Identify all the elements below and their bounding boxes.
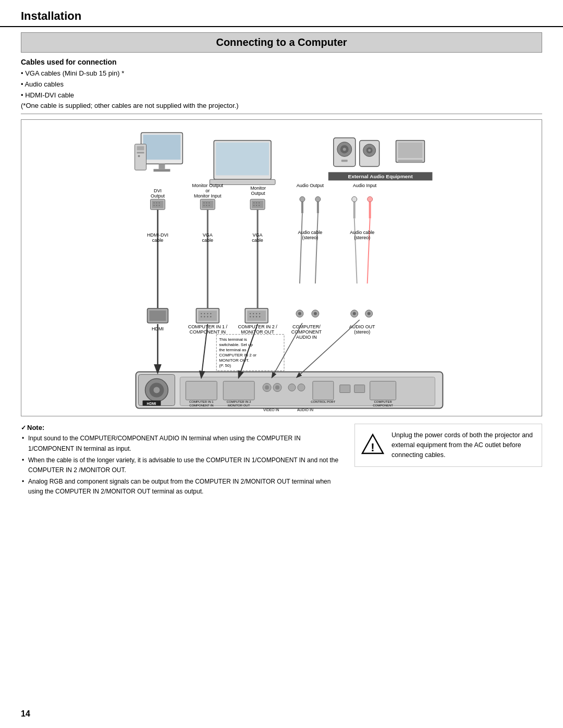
audio-device <box>396 141 425 163</box>
svg-point-70 <box>207 313 208 314</box>
svg-point-73 <box>204 316 205 317</box>
switchable-note: This terminal is <box>219 337 247 342</box>
audio-input-label: Audio Input <box>353 183 377 189</box>
svg-point-31 <box>156 205 157 206</box>
svg-rect-2 <box>158 164 165 169</box>
svg-rect-3 <box>153 169 170 172</box>
cable-item-1: • VGA cables (Mini D-sub 15 pin) * <box>21 68 542 79</box>
cables-section: Cables used for connection • VGA cables … <box>21 58 542 114</box>
svg-point-35 <box>203 203 204 204</box>
hdmi-logo: HDMI <box>147 402 156 406</box>
speakers <box>334 138 380 167</box>
svg-line-61 <box>315 214 318 284</box>
audio-out-jacks <box>351 310 373 317</box>
svg-rect-110 <box>313 381 334 400</box>
svg-point-85 <box>259 316 260 317</box>
note-item-1: Input sound to the COMPUTER/COMPONENT AU… <box>21 434 339 453</box>
svg-point-50 <box>300 197 305 202</box>
computer-component-port: COMPUTER <box>374 401 393 404</box>
audio-out-label: AUDIO OUT <box>349 324 375 329</box>
audio-plug-right2 <box>368 197 373 219</box>
svg-point-89 <box>314 312 317 315</box>
svg-point-69 <box>204 313 205 314</box>
cable-item-2: • Audio cables <box>21 79 542 90</box>
audio-cable1-label: Audio cable <box>298 230 322 236</box>
svg-point-52 <box>315 197 321 202</box>
cables-heading: Cables used for connection <box>21 58 542 66</box>
svg-point-71 <box>210 313 211 314</box>
svg-rect-9 <box>216 143 269 176</box>
monitor-output-label: Monitor Output <box>192 183 224 189</box>
note-title: Note: <box>21 424 339 431</box>
component-audio-label2: COMPONENT <box>291 329 322 335</box>
svg-point-48 <box>259 205 260 206</box>
external-audio-label: External Audio Equipment <box>348 174 413 180</box>
svg-point-39 <box>206 205 207 206</box>
svg-point-108 <box>288 384 296 391</box>
cables-list: • VGA cables (Mini D-sub 15 pin) * • Aud… <box>21 68 542 101</box>
svg-rect-111 <box>340 385 350 393</box>
audio-out-label2: (stereo) <box>354 329 370 335</box>
svg-rect-22 <box>398 143 423 158</box>
projector-comp-in2b: MONITOR OUT <box>228 404 250 408</box>
svg-point-74 <box>207 316 208 317</box>
svg-rect-67 <box>198 311 217 321</box>
dvi-output-label: DVI <box>154 189 162 194</box>
svg-rect-103 <box>223 381 254 400</box>
audio-cable2-label: Audio cable <box>350 230 374 236</box>
svg-point-99 <box>153 387 160 393</box>
projector-comp-in1: COMPUTER IN 1 <box>189 401 214 404</box>
audio-in-label: AUDIO IN <box>297 409 313 412</box>
video-in-label: VIDEO IN <box>263 409 279 412</box>
svg-point-72 <box>201 316 202 317</box>
svg-point-79 <box>253 313 254 314</box>
connection-diagram: External Audio Equipment DVI Output Moni… <box>21 119 542 416</box>
note-item-2: When the cable is of the longer variety,… <box>21 455 339 475</box>
component-audio-label: COMPUTER/ <box>292 324 321 329</box>
svg-point-56 <box>368 197 373 202</box>
svg-point-27 <box>153 203 154 204</box>
audio-plug-right1 <box>352 197 357 219</box>
vga-cable2-label2: cable <box>252 238 263 243</box>
monitor-or-label: or <box>205 189 210 194</box>
control-port: CONTROL PORT <box>311 401 335 404</box>
svg-point-91 <box>353 312 356 315</box>
audio-plug-top2 <box>315 197 321 214</box>
svg-line-60 <box>300 214 302 284</box>
switchable-note3: the terminal as <box>219 348 246 352</box>
vga-cable1-label: VGA <box>203 233 213 238</box>
svg-rect-101 <box>180 377 435 406</box>
monitor-output2-label: Monitor <box>250 186 266 191</box>
svg-point-38 <box>203 205 204 206</box>
cable-item-3: • HDMI-DVI cable <box>21 90 542 101</box>
projector-comp-in2: COMPUTER IN 2 <box>227 401 251 404</box>
projector-comp-in1b: COMPONENT IN <box>189 404 213 408</box>
svg-point-45 <box>259 203 260 204</box>
svg-point-75 <box>210 316 211 317</box>
svg-rect-6 <box>137 152 144 154</box>
svg-point-87 <box>298 312 301 315</box>
notes-section: Note: Input sound to the COMPUTER/COMPON… <box>21 424 542 498</box>
svg-point-84 <box>256 316 257 317</box>
svg-text:!: ! <box>371 441 374 454</box>
note-left: Note: Input sound to the COMPUTER/COMPON… <box>21 424 339 498</box>
svg-rect-23 <box>398 160 423 163</box>
page-header: Installation <box>0 0 563 27</box>
svg-point-47 <box>256 205 257 206</box>
svg-point-46 <box>253 205 254 206</box>
component-audio-label3: AUDIO IN <box>296 335 317 340</box>
dvi-connector-top <box>151 200 165 210</box>
svg-point-15 <box>343 148 346 151</box>
svg-point-82 <box>250 316 251 317</box>
svg-point-36 <box>206 203 207 204</box>
audio-output-label: Audio Output <box>297 183 324 189</box>
vga-connector-top1 <box>200 200 215 210</box>
svg-point-109 <box>298 384 305 391</box>
section-title: Connecting to a Computer <box>21 36 542 48</box>
vga-connector-top2 <box>250 200 265 210</box>
warning-box: ! Unplug the power cords of both the pro… <box>354 424 542 466</box>
note-item-3: Analog RGB and component signals can be … <box>21 477 339 497</box>
svg-rect-77 <box>247 311 266 321</box>
hdmi-dvi-label2: cable <box>152 238 163 243</box>
svg-point-83 <box>253 316 254 317</box>
